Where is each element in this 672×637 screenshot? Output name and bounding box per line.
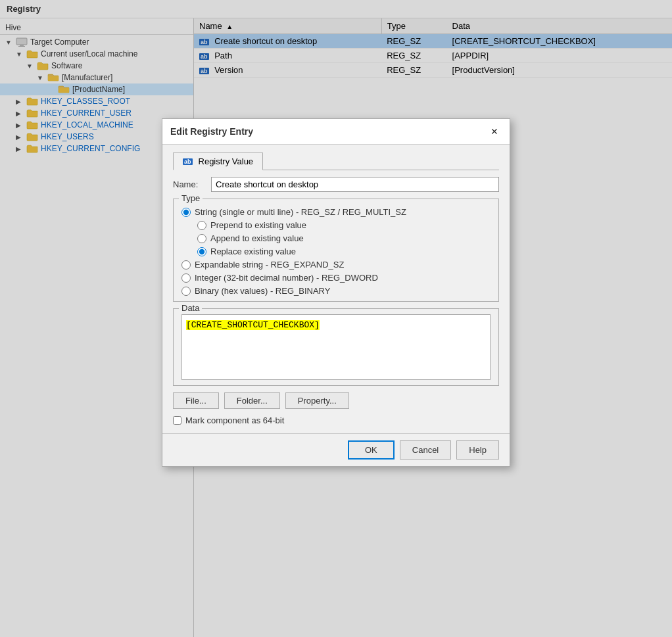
dialog-titlebar: Edit Registry Entry ✕ (162, 119, 510, 145)
mark-64bit-row: Mark component as 64-bit (173, 415, 499, 425)
data-group-label: Data (179, 303, 202, 313)
help-button[interactable]: Help (456, 440, 499, 460)
ok-button[interactable]: OK (348, 440, 395, 460)
radio-binary-label: Binary (hex values) - REG_BINARY (195, 286, 330, 296)
tab-registry-value[interactable]: ab Registry Value (173, 153, 263, 170)
data-group: Data [CREATE_SHORTCUT_CHECKBOX] (173, 308, 499, 386)
radio-integer-input[interactable] (181, 273, 191, 283)
tab-strip: ab Registry Value (173, 153, 499, 170)
radio-integer[interactable]: Integer (32-bit decimal number) - REG_DW… (181, 273, 491, 283)
radio-expandable[interactable]: Expandable string - REG_EXPAND_SZ (181, 260, 491, 270)
dialog-footer: OK Cancel Help (162, 433, 510, 466)
dialog-overlay: Edit Registry Entry ✕ ab Registry Value … (0, 0, 672, 637)
radio-append[interactable]: Append to existing value (197, 233, 491, 243)
radio-replace-label: Replace existing value (210, 247, 296, 256)
folder-button[interactable]: Folder... (224, 392, 280, 409)
dialog-body: ab Registry Value Name: Type String (sin… (162, 145, 510, 433)
radio-prepend[interactable]: Prepend to existing value (197, 220, 491, 230)
radio-prepend-input[interactable] (197, 221, 206, 230)
data-content-editable[interactable]: [CREATE_SHORTCUT_CHECKBOX] (181, 314, 491, 380)
radio-replace[interactable]: Replace existing value (197, 247, 491, 256)
radio-binary[interactable]: Binary (hex values) - REG_BINARY (181, 286, 491, 296)
name-field-row: Name: (173, 177, 499, 192)
radio-expandable-input[interactable] (181, 260, 191, 270)
radio-append-label: Append to existing value (210, 233, 304, 243)
name-label: Name: (173, 179, 206, 189)
type-radio-group: String (single or multi line) - REG_SZ /… (181, 204, 491, 296)
dialog-title: Edit Registry Entry (170, 126, 253, 137)
cancel-button[interactable]: Cancel (400, 440, 451, 460)
radio-string-label: String (single or multi line) - REG_SZ /… (195, 207, 406, 217)
tab-reg-icon: ab (183, 158, 193, 165)
type-group-label: Type (179, 193, 203, 203)
mark-64bit-checkbox[interactable] (173, 416, 181, 425)
radio-replace-input[interactable] (197, 247, 206, 256)
radio-string-input[interactable] (181, 208, 191, 217)
file-folder-property-row: File... Folder... Property... (173, 392, 499, 409)
mark-64bit-label: Mark component as 64-bit (185, 415, 284, 425)
radio-string[interactable]: String (single or multi line) - REG_SZ /… (181, 207, 491, 217)
name-input[interactable] (211, 177, 499, 192)
radio-prepend-label: Prepend to existing value (210, 220, 306, 230)
radio-integer-label: Integer (32-bit decimal number) - REG_DW… (195, 273, 378, 283)
type-group: Type String (single or multi line) - REG… (173, 199, 499, 302)
edit-registry-dialog: Edit Registry Entry ✕ ab Registry Value … (162, 118, 510, 467)
radio-expandable-label: Expandable string - REG_EXPAND_SZ (195, 260, 344, 270)
property-button[interactable]: Property... (285, 392, 349, 409)
radio-append-input[interactable] (197, 234, 206, 243)
close-button[interactable]: ✕ (487, 124, 502, 139)
file-button[interactable]: File... (173, 392, 219, 409)
tab-label: Registry Value (199, 156, 254, 166)
radio-binary-input[interactable] (181, 287, 191, 296)
